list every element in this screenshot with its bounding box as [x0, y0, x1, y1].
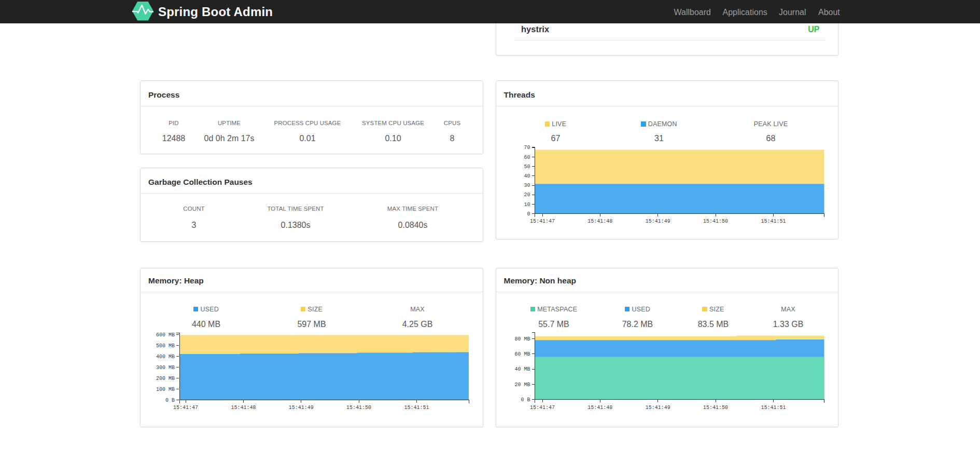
svg-text:15:41:51: 15:41:51 — [404, 405, 429, 411]
svg-text:300 MB: 300 MB — [156, 365, 175, 371]
svg-text:15:41:47: 15:41:47 — [529, 405, 554, 411]
svg-text:15:41:48: 15:41:48 — [587, 219, 612, 224]
svg-text:15:41:51: 15:41:51 — [761, 219, 786, 224]
svg-text:10: 10 — [524, 202, 530, 208]
svg-text:0: 0 — [527, 211, 530, 217]
svg-text:20: 20 — [524, 192, 530, 198]
svg-text:50: 50 — [524, 164, 530, 170]
svg-text:15:41:49: 15:41:49 — [645, 405, 670, 411]
svg-text:40 MB: 40 MB — [514, 366, 530, 372]
svg-text:0 B: 0 B — [521, 397, 530, 403]
svg-text:500 MB: 500 MB — [156, 343, 175, 349]
svg-text:400 MB: 400 MB — [156, 354, 175, 360]
svg-text:600 MB: 600 MB — [156, 332, 175, 338]
svg-text:15:41:51: 15:41:51 — [761, 405, 786, 411]
svg-text:200 MB: 200 MB — [156, 376, 175, 382]
svg-text:20 MB: 20 MB — [514, 382, 530, 388]
svg-text:30: 30 — [524, 183, 530, 188]
svg-text:70: 70 — [524, 145, 530, 151]
svg-text:100 MB: 100 MB — [156, 387, 175, 392]
svg-text:60 MB: 60 MB — [514, 351, 530, 357]
svg-text:15:41:47: 15:41:47 — [529, 219, 554, 224]
svg-text:15:41:48: 15:41:48 — [231, 405, 256, 411]
svg-text:15:41:50: 15:41:50 — [703, 219, 727, 224]
svg-text:15:41:49: 15:41:49 — [289, 405, 314, 411]
svg-text:80 MB: 80 MB — [514, 336, 530, 342]
svg-text:15:41:50: 15:41:50 — [703, 405, 727, 411]
svg-text:40: 40 — [524, 173, 530, 179]
svg-text:15:41:50: 15:41:50 — [346, 405, 371, 411]
svg-text:60: 60 — [524, 155, 530, 160]
svg-text:15:41:48: 15:41:48 — [587, 405, 612, 411]
svg-text:15:41:49: 15:41:49 — [645, 219, 670, 224]
svg-text:0 B: 0 B — [165, 398, 175, 403]
svg-text:15:41:47: 15:41:47 — [173, 405, 198, 411]
